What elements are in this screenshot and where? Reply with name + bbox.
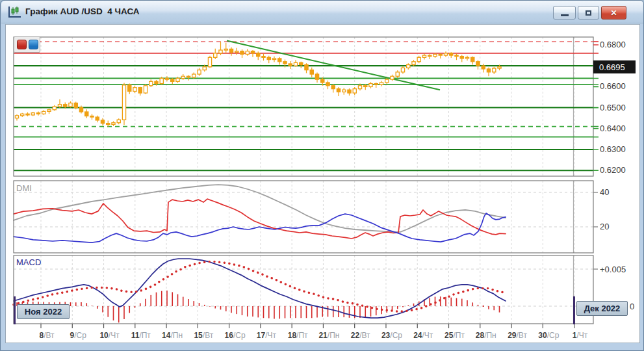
price-axis-label: 0.6200 bbox=[600, 165, 626, 175]
candle-body bbox=[117, 120, 120, 123]
candle-body bbox=[176, 79, 179, 82]
candle-body bbox=[385, 79, 389, 83]
candle-body bbox=[396, 72, 399, 76]
x-axis-label: 21/Пн bbox=[318, 331, 339, 340]
candle-body bbox=[198, 70, 201, 74]
red-marker-button[interactable] bbox=[17, 40, 27, 49]
candle-body bbox=[262, 57, 265, 58]
x-axis-label: 18/Пт bbox=[288, 331, 308, 340]
candle-body bbox=[278, 58, 281, 62]
candle-body bbox=[21, 114, 24, 116]
candle-body bbox=[31, 113, 34, 115]
price-axis-label: 0.6600 bbox=[600, 81, 626, 91]
blue-marker-button[interactable] bbox=[29, 40, 38, 49]
candle-body bbox=[465, 57, 469, 58]
candle-body bbox=[235, 51, 238, 53]
candle-body bbox=[310, 70, 313, 74]
dmi-pane-label: DMI bbox=[16, 183, 32, 193]
month-start-marker-nov bbox=[14, 296, 16, 324]
candle-body bbox=[69, 103, 72, 107]
candle-body bbox=[85, 112, 88, 116]
candle-body bbox=[471, 57, 474, 61]
candle-body bbox=[433, 54, 437, 56]
candle-body bbox=[219, 50, 222, 53]
month-label-dec: Дек 2022 bbox=[576, 301, 628, 316]
x-axis-label: 24/Чт bbox=[413, 331, 433, 340]
macd-histogram-bar bbox=[483, 306, 484, 307]
candle-body bbox=[203, 67, 206, 70]
x-axis-label: 23/Ср bbox=[381, 331, 402, 340]
candle-body bbox=[181, 76, 185, 78]
candle-body bbox=[42, 111, 45, 114]
month-label-nov: Ноя 2022 bbox=[17, 304, 70, 319]
candle-body bbox=[101, 120, 104, 124]
candle-body bbox=[229, 49, 233, 52]
candle-body bbox=[444, 53, 447, 55]
candle-body bbox=[138, 88, 142, 93]
candle-body bbox=[64, 105, 67, 107]
candle-body bbox=[487, 69, 490, 72]
candle-body bbox=[192, 74, 196, 77]
candle-body bbox=[257, 53, 260, 57]
candle-body bbox=[417, 57, 420, 61]
candle-body bbox=[391, 76, 394, 79]
candle-body bbox=[369, 84, 372, 87]
macd-pane-label: MACD bbox=[16, 257, 41, 267]
x-axis-label: 11/Пт bbox=[131, 331, 151, 340]
x-axis-label: 16/Ср bbox=[225, 331, 246, 340]
candle-body bbox=[79, 108, 83, 112]
candle-body bbox=[165, 79, 168, 80]
candle-body bbox=[112, 123, 115, 125]
x-axis-label: 30/Ср bbox=[538, 331, 559, 340]
dmi-axis-label: 40 bbox=[600, 187, 609, 197]
candle-body bbox=[187, 76, 190, 77]
candle-body bbox=[53, 107, 56, 110]
marker-toolbar bbox=[14, 36, 40, 53]
candle-body bbox=[337, 89, 340, 92]
candle-body bbox=[283, 62, 287, 64]
candle-body bbox=[498, 67, 501, 68]
candle-body bbox=[36, 113, 40, 114]
candle-body bbox=[380, 83, 383, 84]
candle-body bbox=[96, 117, 99, 120]
candle-body bbox=[144, 86, 147, 93]
candle-body bbox=[15, 116, 18, 118]
candle-body bbox=[460, 57, 463, 58]
candle-body bbox=[374, 84, 378, 85]
candle-body bbox=[133, 88, 136, 92]
candle-body bbox=[160, 79, 163, 84]
candle-body bbox=[128, 85, 131, 92]
candle-body bbox=[47, 110, 51, 112]
macd-axis-label: 0 bbox=[630, 302, 634, 311]
candle-body bbox=[407, 65, 410, 68]
candle-body bbox=[482, 66, 485, 69]
current-price-badge: 0.6695 bbox=[593, 60, 636, 73]
candle-body bbox=[305, 65, 308, 70]
x-axis-label: 17/Чт bbox=[257, 331, 276, 340]
candle-body bbox=[208, 57, 211, 66]
candle-body bbox=[267, 57, 270, 59]
price-axis-label: 0.6300 bbox=[600, 144, 626, 154]
candle-body bbox=[455, 55, 458, 57]
chart-window: График AUD /USD 4 ЧАСА ✕ DMI MACD 0.6695… bbox=[0, 0, 644, 351]
x-axis-label: 9/Ср bbox=[70, 331, 86, 340]
x-axis-label: 10/Чт bbox=[99, 331, 119, 340]
dmi-panel-bg[interactable] bbox=[14, 181, 593, 253]
candle-body bbox=[422, 55, 426, 57]
candle-body bbox=[149, 81, 153, 85]
candle-body bbox=[122, 85, 125, 120]
x-axis-label: 22/Вт bbox=[351, 331, 370, 340]
macd-panel-bg[interactable] bbox=[14, 255, 593, 324]
candle-body bbox=[74, 103, 77, 108]
candle-body bbox=[251, 51, 254, 53]
candle-body bbox=[348, 90, 351, 93]
candle-body bbox=[493, 68, 496, 72]
candle-body bbox=[326, 83, 329, 86]
candle-body bbox=[439, 54, 442, 55]
candle-body bbox=[331, 86, 335, 89]
chart-canvas[interactable] bbox=[1, 1, 644, 351]
candle-body bbox=[289, 64, 292, 66]
candle-body bbox=[412, 62, 415, 65]
candle-body bbox=[214, 53, 217, 57]
candle-body bbox=[171, 79, 174, 81]
